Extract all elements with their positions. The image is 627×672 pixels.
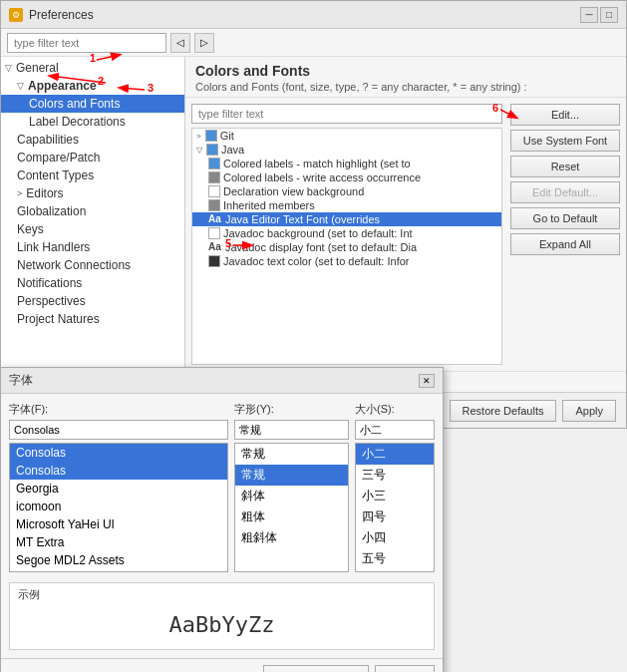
tree-item-network-connections[interactable]: Network Connections	[1, 256, 184, 274]
go-to-default-button[interactable]: Go to Default	[510, 207, 620, 229]
font-family-item-consolas-header[interactable]: Consolas	[10, 444, 227, 462]
font-size-input[interactable]	[355, 420, 435, 440]
tree-label: Perspectives	[17, 294, 86, 308]
tree-label: Appearance	[28, 79, 97, 93]
tree-label: Project Natures	[17, 312, 100, 326]
ct-item-javadoc-font[interactable]: Aa Javadoc display font (set to default:…	[192, 240, 501, 254]
font-family-item-mt-extra[interactable]: MT Extra	[10, 533, 227, 551]
font-size-list: 小二 三号 小三 四号 小四 五号 小五	[355, 443, 435, 572]
font-size-item-wu-hao[interactable]: 五号	[356, 548, 434, 569]
tree-item-colors-fonts[interactable]: Colors and Fonts	[1, 95, 184, 113]
font-family-item-segoe-mdl2[interactable]: Segoe MDL2 Assets	[10, 551, 227, 569]
font-family-item-georgia[interactable]: Georgia	[10, 480, 227, 498]
sample-area: 示例 AaBbYyZz	[9, 582, 435, 650]
expand-icon: ▽	[5, 63, 12, 73]
font-style-item-regular-top[interactable]: 常规	[235, 444, 348, 465]
font-size-item-xiao-wu[interactable]: 小五	[356, 569, 434, 572]
font-dialog-body: 字体(F): Consolas Consolas Georgia icomoon…	[1, 394, 443, 658]
font-family-item-segoe-emoji[interactable]: Segoe UI Emoji	[10, 569, 227, 572]
ct-label: Javadoc text color (set to default: Info…	[223, 255, 409, 267]
tree-item-globalization[interactable]: Globalization	[1, 202, 184, 220]
font-size-item-xiao-si[interactable]: 小四	[356, 527, 434, 548]
color-swatch	[208, 255, 220, 267]
colors-content: > Git ▽ Java Colored	[185, 98, 626, 371]
colors-action-buttons: Edit... Use System Font Reset Edit Defau…	[510, 104, 620, 365]
font-dialog: 字体 ✕ 字体(F): Consolas Consolas Georgia ic…	[0, 367, 444, 672]
tree-label: General	[16, 61, 59, 75]
minimize-button[interactable]: ─	[580, 7, 598, 23]
font-family-input[interactable]	[9, 420, 228, 440]
ct-item-java[interactable]: ▽ Java	[192, 143, 501, 157]
panel-title: Colors and Fonts	[195, 63, 616, 79]
ct-item-javadoc-bg[interactable]: Javadoc background (set to default: Int	[192, 226, 501, 240]
ct-item-javadoc-color[interactable]: Javadoc text color (set to default: Info…	[192, 254, 501, 268]
tree-label: Network Connections	[17, 258, 131, 272]
tree-item-compare-patch[interactable]: Compare/Patch	[1, 149, 184, 167]
font-family-item-consolas[interactable]: Consolas	[10, 462, 227, 480]
tree-item-project-natures[interactable]: Project Natures	[1, 310, 184, 328]
ct-item-inherited[interactable]: Inherited members	[192, 198, 501, 212]
font-apply-close-button[interactable]: Apply and Close	[263, 665, 369, 672]
tree-item-general[interactable]: ▽ General	[1, 59, 184, 77]
tree-item-link-handlers[interactable]: Link Handlers	[1, 238, 184, 256]
tree-label: Compare/Patch	[17, 151, 100, 165]
color-swatch	[205, 130, 217, 142]
ct-item-java-editor-font[interactable]: Aa Java Editor Text Font (overrides	[192, 212, 501, 226]
expand-all-button[interactable]: Expand All	[510, 233, 620, 255]
colors-filter-input[interactable]	[191, 104, 502, 124]
edit-button[interactable]: Edit...	[510, 104, 620, 126]
apply-button[interactable]: Apply	[562, 400, 616, 422]
tree-item-appearance[interactable]: ▽ Appearance	[1, 77, 184, 95]
tree-label: Colors and Fonts	[29, 97, 120, 111]
tree-label: Notifications	[17, 276, 82, 290]
sample-text: AaBbYyZz	[18, 604, 426, 645]
ct-label: Javadoc background (set to default: Int	[223, 227, 413, 239]
tree-label: Keys	[17, 222, 44, 236]
tree-item-capabilities[interactable]: Capabilities	[1, 131, 184, 149]
maximize-button[interactable]: □	[600, 7, 618, 23]
ct-item-colored-write[interactable]: Colored labels - write access occurrence	[192, 170, 501, 184]
tree-item-content-types[interactable]: Content Types	[1, 167, 184, 184]
font-family-item-microsoft-yahei[interactable]: Microsoft YaHei UI	[10, 515, 227, 533]
use-system-font-button[interactable]: Use System Font	[510, 130, 620, 152]
font-family-item-icomoon[interactable]: icomoon	[10, 498, 227, 515]
panel-header: Colors and Fonts Colors and Fonts (font,…	[185, 57, 626, 98]
tree-item-perspectives[interactable]: Perspectives	[1, 292, 184, 310]
font-style-input[interactable]	[234, 420, 349, 440]
font-style-item-italic[interactable]: 斜体	[235, 486, 348, 506]
main-content: ▽ General ▽ Appearance Colors and Fonts …	[1, 57, 626, 392]
font-dialog-close-button[interactable]: ✕	[419, 374, 435, 388]
expand-icon: ▽	[17, 81, 24, 91]
ct-item-colored-match[interactable]: Colored labels - match highlight (set to	[192, 157, 501, 170]
toolbar-forward-button[interactable]: ▷	[194, 33, 214, 53]
color-swatch	[208, 158, 220, 169]
tree-item-keys[interactable]: Keys	[1, 220, 184, 238]
tree-panel: ▽ General ▽ Appearance Colors and Fonts …	[1, 57, 185, 392]
font-size-item-si-hao[interactable]: 四号	[356, 506, 434, 527]
preferences-icon: ⚙	[9, 8, 23, 22]
main-toolbar: ◁ ▷	[1, 29, 626, 57]
reset-button[interactable]: Reset	[510, 156, 620, 177]
main-filter-input[interactable]	[7, 33, 166, 53]
font-style-item-bold[interactable]: 粗体	[235, 506, 348, 527]
ct-item-git[interactable]: > Git	[192, 129, 501, 143]
font-size-item-xiao-san[interactable]: 小三	[356, 486, 434, 506]
font-style-item-regular[interactable]: 常规	[235, 465, 348, 486]
tree-label: Link Handlers	[17, 240, 90, 254]
font-size-item-xiao-er[interactable]: 小二	[356, 444, 434, 465]
font-style-item-bold-italic[interactable]: 粗斜体	[235, 527, 348, 548]
tree-item-label-decorations[interactable]: Label Decorations	[1, 113, 184, 131]
preferences-window: ⚙ Preferences ─ □ ◁ ▷ ▽ General ▽ Appear…	[0, 0, 627, 429]
toolbar-back-button[interactable]: ◁	[170, 33, 190, 53]
tree-item-notifications[interactable]: Notifications	[1, 274, 184, 292]
restore-defaults-button[interactable]: Restore Defaults	[450, 400, 557, 422]
expand-icon: ▽	[196, 146, 202, 155]
ct-item-declaration-view[interactable]: Declaration view background	[192, 184, 501, 198]
font-dialog-title-bar: 字体 ✕	[1, 368, 443, 394]
font-cancel-button[interactable]: Cancel	[375, 665, 435, 672]
font-size-item-san-hao[interactable]: 三号	[356, 465, 434, 486]
font-size-label: 大小(S):	[355, 402, 435, 417]
edit-default-button[interactable]: Edit Default...	[510, 181, 620, 203]
tree-item-editors[interactable]: > Editors	[1, 184, 184, 202]
colors-tree: > Git ▽ Java Colored	[191, 128, 502, 365]
